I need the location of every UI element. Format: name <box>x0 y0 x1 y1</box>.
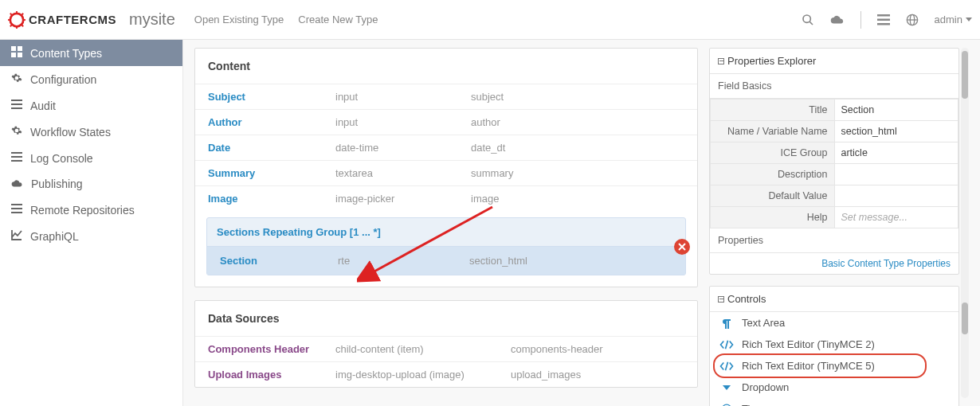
field-type: image-picker <box>335 193 471 205</box>
sidebar-item-label: Audit <box>30 100 56 112</box>
sidebar-item-log-console[interactable]: Log Console <box>0 145 182 171</box>
property-value[interactable]: article <box>834 142 958 164</box>
properties-section[interactable]: Properties <box>710 228 958 252</box>
property-row-ice-group[interactable]: ICE Grouparticle <box>711 142 958 164</box>
sidebar-item-publishing[interactable]: Publishing <box>0 171 182 197</box>
control-rich-text-editor-tinymce-2-[interactable]: Rich Text Editor (TinyMCE 2) <box>710 334 958 355</box>
sidebar-item-label: Log Console <box>30 152 93 165</box>
user-label: admin <box>935 14 962 25</box>
grid-icon <box>11 46 22 60</box>
svg-rect-17 <box>11 46 16 51</box>
controls-header[interactable]: Controls <box>710 287 958 312</box>
open-existing-type-link[interactable]: Open Existing Type <box>194 14 284 25</box>
chart-icon <box>11 229 22 243</box>
field-name: Summary <box>208 167 335 179</box>
field-row-image[interactable]: Imageimage-pickerimage <box>195 185 697 211</box>
datasource-row-upload_images[interactable]: Upload Imagesimg-desktop-upload (image)u… <box>195 361 697 387</box>
repeating-field-var: section_html <box>469 255 527 267</box>
top-links: Open Existing Type Create New Type <box>194 14 378 25</box>
site-name[interactable]: mysite <box>129 10 175 29</box>
repeating-group-header[interactable]: Sections Repeating Group [1 ... *] <box>207 218 685 247</box>
property-row-help[interactable]: HelpSet message... <box>711 207 958 228</box>
search-icon[interactable] <box>802 14 814 26</box>
datasource-var: components-header <box>511 343 603 355</box>
svg-line-8 <box>22 13 24 15</box>
collapse-icon[interactable] <box>718 296 724 303</box>
sidebar-item-graphiql[interactable]: GraphiQL <box>0 223 182 249</box>
sidebar-item-label: Publishing <box>31 178 83 190</box>
control-label: Dropdown <box>742 381 789 393</box>
field-row-summary[interactable]: Summarytextareasummary <box>195 160 697 185</box>
field-type: textarea <box>335 167 471 179</box>
property-value[interactable]: section_html <box>834 121 958 142</box>
create-new-type-link[interactable]: Create New Type <box>298 14 378 25</box>
field-var: image <box>471 193 499 205</box>
menu-icon[interactable] <box>877 14 890 25</box>
sidebar-item-configuration[interactable]: Configuration <box>0 66 182 92</box>
globe-icon[interactable] <box>906 14 919 26</box>
field-row-date_dt[interactable]: Datedate-timedate_dt <box>195 135 697 160</box>
svg-rect-13 <box>877 23 890 25</box>
property-value[interactable] <box>834 185 958 207</box>
sidebar-item-label: Content Types <box>30 47 102 60</box>
property-key: Title <box>711 100 835 121</box>
separator <box>860 11 861 29</box>
svg-rect-19 <box>11 53 16 57</box>
collapse-icon[interactable] <box>718 58 724 64</box>
property-row-default-value[interactable]: Default Value <box>711 185 958 207</box>
datasource-row-components-header[interactable]: Components Headerchild-content (item)com… <box>195 336 697 361</box>
property-key: Help <box>711 207 835 228</box>
control-time[interactable]: Time <box>710 398 958 406</box>
clock-icon <box>719 404 734 407</box>
control-dropdown[interactable]: Dropdown <box>710 377 958 398</box>
sidebar-item-audit[interactable]: Audit <box>0 92 182 119</box>
delete-icon[interactable] <box>674 239 690 255</box>
field-type: date-time <box>335 142 471 154</box>
properties-header[interactable]: Properties Explorer <box>710 49 958 74</box>
gear-icon <box>11 72 22 86</box>
code-icon <box>719 340 734 349</box>
sidebar-item-remote-repositories[interactable]: Remote Repositories <box>0 197 182 223</box>
property-row-description[interactable]: Description <box>711 164 958 185</box>
repeating-row-section[interactable]: Section rte section_html <box>207 247 685 275</box>
svg-line-32 <box>726 340 728 349</box>
svg-rect-21 <box>11 100 22 101</box>
main-area: Content SubjectinputsubjectAuthorinputau… <box>183 40 709 406</box>
field-row-subject[interactable]: Subjectinputsubject <box>195 84 697 109</box>
property-value[interactable]: Set message... <box>834 207 958 228</box>
property-value[interactable] <box>834 164 958 185</box>
scrollbar-track[interactable] <box>961 48 969 398</box>
properties-group: Field Basics <box>710 74 958 99</box>
controls-title-text: Controls <box>727 293 766 305</box>
property-row-title[interactable]: TitleSection <box>711 100 958 121</box>
field-name: Date <box>208 142 335 154</box>
repeating-group[interactable]: Sections Repeating Group [1 ... *] Secti… <box>206 217 686 275</box>
datasource-type: child-content (item) <box>335 343 511 355</box>
scrollbar-thumb-bottom[interactable] <box>962 303 968 334</box>
property-value[interactable]: Section <box>834 100 958 121</box>
field-name: Author <box>208 116 335 128</box>
content-panel-title: Content <box>195 49 697 84</box>
svg-rect-20 <box>18 53 22 57</box>
svg-rect-11 <box>877 14 890 17</box>
basic-content-type-link[interactable]: Basic Content Type Properties <box>710 252 958 274</box>
cloud-icon[interactable] <box>830 14 845 26</box>
property-row-name-variable-name[interactable]: Name / Variable Namesection_html <box>711 121 958 142</box>
brand-text: CRAFTERCMS <box>29 13 116 26</box>
sidebar-item-workflow-states[interactable]: Workflow States <box>0 119 182 145</box>
list-icon <box>11 151 22 165</box>
top-bar: CRAFTERCMS mysite Open Existing Type Cre… <box>0 0 980 40</box>
scrollbar-thumb-top[interactable] <box>962 51 968 99</box>
sidebar-item-content-types[interactable]: Content Types <box>0 40 182 66</box>
properties-explorer: Properties Explorer Field Basics TitleSe… <box>709 48 959 275</box>
controls-panel: Controls Text AreaRich Text Editor (Tiny… <box>709 286 959 406</box>
field-name: Subject <box>208 91 335 103</box>
user-menu[interactable]: admin <box>935 14 972 25</box>
field-row-author[interactable]: Authorinputauthor <box>195 109 697 135</box>
svg-line-7 <box>10 24 13 26</box>
control-rich-text-editor-tinymce-5-[interactable]: Rich Text Editor (TinyMCE 5) <box>710 355 958 377</box>
brand-logo[interactable]: CRAFTERCMS <box>8 11 116 29</box>
content-panel: Content SubjectinputsubjectAuthorinputau… <box>194 48 698 287</box>
control-text-area[interactable]: Text Area <box>710 312 958 334</box>
property-key: Default Value <box>711 185 835 207</box>
